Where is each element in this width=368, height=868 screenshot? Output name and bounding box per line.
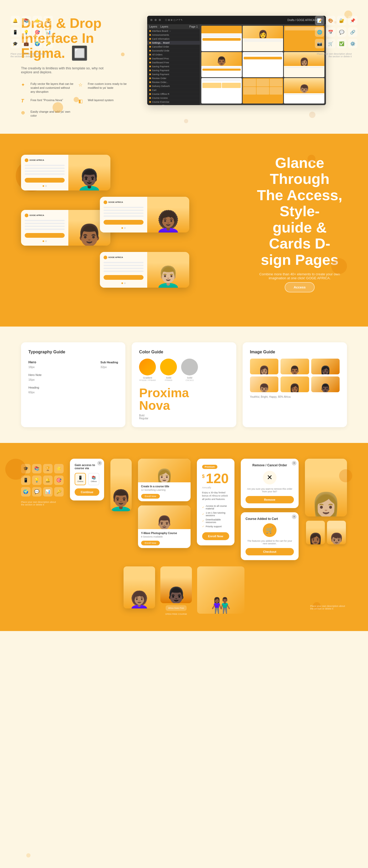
layer-item-13[interactable]: Review Order... [147, 81, 200, 84]
remove-order-card: ✕ Remove / Cancel Order ✕ Are you sure y… [241, 459, 299, 508]
enroll-now-btn[interactable]: Enroll Now [202, 532, 229, 540]
figma-body: Layers Layers Page 1 Interface Board → A… [147, 24, 326, 105]
person-sublabel-1: OPEN FREE COURSE [165, 613, 187, 615]
icon-box-4: 🏆 [43, 16, 53, 25]
feature-font-text: Free font "Proxima Nova" [30, 98, 63, 102]
form-btn-2[interactable] [25, 233, 65, 238]
form-btn-4[interactable] [103, 275, 144, 280]
layer-item-18[interactable]: Course Exercise [147, 100, 200, 104]
feature-icons-text: Free custom icons ready to be modified t… [88, 82, 131, 90]
r-icon-box-10: 🛒 [326, 39, 335, 48]
c-icon-10: 💬 [32, 487, 41, 497]
c-icon-3: 🏆 [43, 464, 53, 473]
layer-item-6[interactable]: All Orders [147, 53, 200, 57]
form-area-2: GOGE AFRICA [21, 210, 68, 246]
solid-gray-label: Solid [181, 376, 198, 379]
form-line-11 [103, 213, 144, 214]
icon-box-11: 🌍 [33, 39, 42, 48]
enroll-btn-2[interactable]: Enroll Now [141, 541, 160, 546]
img-guide-4: 👦🏽 [250, 376, 278, 392]
enroll-btn-1[interactable]: Enroll Now [141, 494, 160, 499]
access-button[interactable]: Access [285, 282, 315, 292]
figma-canvas: 👩 👨🏾 [200, 24, 326, 105]
gain-continue-btn[interactable]: Continue [75, 488, 99, 496]
layers-icon: ◧ [78, 98, 86, 105]
typography-card: Typography Guide Hero 18px Sub Heading 3… [21, 342, 125, 427]
page-label: Page 1 [189, 25, 198, 28]
heading-label: Heading [28, 386, 39, 389]
layer-item-9[interactable]: Saving Payment [147, 65, 200, 68]
logo-text-3: GOGE AFRICA [108, 201, 123, 203]
gain-option-yearly[interactable]: 📚 Offline [88, 473, 99, 485]
layer-item-1[interactable]: Announcements [147, 33, 200, 37]
layer-item-2[interactable]: Card Information [147, 37, 200, 41]
enroll-sub-1: 12 Something Learning [141, 489, 187, 491]
pricing-amount: $ 120 [202, 471, 229, 485]
canvas-card-8 [243, 78, 283, 103]
layer-item-4[interactable]: Cancelled Order [147, 45, 200, 49]
r-icons-desc: Place your own description about the sec… [315, 53, 352, 58]
img-guide-5: 👩🏾 [280, 376, 309, 392]
remove-close-btn[interactable]: ✕ [292, 461, 297, 466]
form-line-3 [25, 170, 65, 172]
layer-item-17[interactable]: Course Access [147, 96, 200, 100]
layers-header: Layers Layers Page 1 [147, 24, 200, 29]
form-btn-3[interactable] [103, 220, 144, 225]
gain-option-monthly[interactable]: 📱 Online [75, 473, 86, 485]
enroll-card-img-1: 👩🏼 [138, 459, 191, 482]
enroll-card-2: 👨🏽 Y-Wave Photography Course 8 Sessions … [138, 505, 191, 548]
toolbar-dot-2 [155, 19, 157, 21]
cart-checkout-btn[interactable]: Checkout [246, 548, 294, 555]
layer-item-8[interactable]: Dashboard Free [147, 61, 200, 65]
layer-dot [149, 34, 151, 36]
layer-item-5[interactable]: Successful Orde [147, 49, 200, 53]
layer-item-14[interactable]: Delivery Deliverh [147, 84, 200, 88]
r-icons-row-1: 📝 🎨 🔐 📌 [315, 16, 358, 25]
img-guide-6: 👨🏿 [311, 376, 340, 392]
glance-text-area: Glance Through The Access, Style- guide … [252, 155, 347, 306]
icons-row-3: 🎓 💼 🌍 🔑 [10, 39, 53, 48]
logo-text-1: GOGE AFRICA [29, 159, 44, 161]
dot-active-1 [42, 185, 44, 187]
img-guide-2: 👨🏾 [280, 359, 309, 374]
cards-showcase-row: 🎓 📚 🏆 ⭐ 📱 💡 🔔 🎯 🌍 💬 📊 🔑 Place your own d… [21, 459, 347, 560]
layer-item-10[interactable]: Saving Payment [147, 68, 200, 72]
cart-close-btn[interactable]: ✕ [292, 515, 297, 519]
form-btn-1[interactable] [25, 178, 65, 183]
person-emoji-1: 👨🏿‍🦱 [76, 169, 102, 190]
img-guide-1: 👩🏽 [250, 359, 278, 374]
form-line-1 [25, 165, 65, 166]
font-styles: Bold Regular [139, 414, 229, 420]
layer-item-19[interactable]: Course Offline R [147, 104, 200, 105]
figma-layers-panel: Layers Layers Page 1 Interface Board → A… [147, 24, 200, 105]
r-icon-box-11: ✅ [337, 39, 346, 48]
layer-item-3[interactable]: Settings... Board [147, 41, 200, 45]
dot-inactive-4 [124, 282, 126, 284]
form-line-2 [25, 167, 65, 169]
typography-title: Typography Guide [28, 350, 118, 354]
c-icons-row-2: 📱 💡 🔔 🎯 [21, 475, 64, 485]
layer-item-7[interactable]: Dashboard Proc [147, 57, 200, 61]
r-icons-row-3: 📷 🛒 ✅ ⚙️ [315, 39, 358, 48]
layer-item-15[interactable]: Cart [147, 88, 200, 92]
c-icons-row-1: 🎓 📚 🏆 ⭐ [21, 464, 64, 473]
person-card-standalone-1: 👨🏾‍🦱 [111, 459, 131, 511]
glance-cards-area: GOGE AFRICA 👨🏿‍🦱 [21, 155, 237, 291]
gain-close-btn[interactable]: ✕ [97, 461, 102, 466]
layer-item-12[interactable]: Review Order [147, 76, 200, 81]
icons-row-1: 🔔 📚 ⭐ 🏆 [10, 16, 53, 25]
dot-inactive-1 [45, 185, 47, 187]
layer-item-11[interactable]: Saving Payment [147, 72, 200, 76]
layer-dot [149, 97, 151, 99]
cards-right-desc: Place your own description about the sec… [310, 605, 347, 610]
layer-item-0[interactable]: Interface Board → [147, 29, 200, 33]
pricing-price: 120 [206, 471, 229, 486]
bottom-person-card-2: 👨🏿 [160, 566, 192, 603]
hero-subtitle: The creativity is limitless with this te… [21, 66, 105, 74]
feature-vectors: ✦ Fully vector file layers that can be s… [21, 82, 74, 94]
remove-btn[interactable]: Remove [246, 496, 294, 503]
r-icon-box-7: 💬 [337, 27, 346, 37]
icon-box-7: 🎯 [33, 27, 42, 37]
form-line-13 [103, 262, 144, 263]
layer-item-16[interactable]: Course Offline R [147, 92, 200, 96]
